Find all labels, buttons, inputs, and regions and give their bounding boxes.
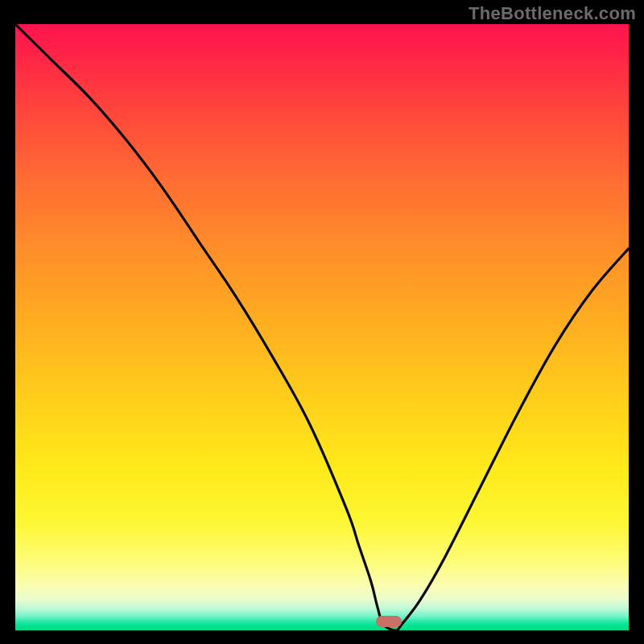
watermark-text: TheBottleneck.com — [469, 3, 636, 24]
optimal-marker — [376, 616, 402, 627]
bottleneck-curve — [15, 24, 629, 630]
plot-area — [15, 24, 629, 630]
chart-container: TheBottleneck.com — [0, 0, 644, 644]
